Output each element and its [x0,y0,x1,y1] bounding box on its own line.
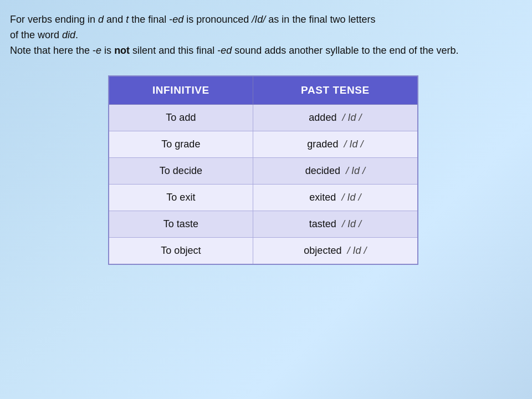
table-row: To gradegraded / Id / [109,131,418,157]
past-tense-cell: added / Id / [253,104,418,131]
intro-line2: of the word did. [10,29,78,40]
table-row: To tastetasted / Id / [109,211,418,237]
pronunciation: / Id / [344,139,363,150]
infinitive-cell: To grade [109,131,253,157]
pronunciation: / Id / [342,112,361,123]
main-content: For verbs ending in d and t the final -e… [0,0,532,276]
pronunciation: / Id / [347,245,366,256]
past-tense-cell: exited / Id / [253,184,418,211]
pronunciation: / Id / [342,218,361,229]
table-row: To exitexited / Id / [109,184,418,211]
table-header-row: INFINITIVE PAST TENSE [109,76,418,105]
pronunciation: / Id / [346,165,365,176]
table-wrapper: INFINITIVE PAST TENSE To addadded / Id /… [10,75,516,265]
intro-line1: For verbs ending in d and t the final -e… [10,14,375,25]
infinitive-cell: To object [109,237,253,264]
infinitive-cell: To taste [109,211,253,237]
infinitive-cell: To decide [109,157,253,184]
past-tense-cell: tasted / Id / [253,211,418,237]
col-past-tense-header: PAST TENSE [253,76,418,105]
table-row: To addadded / Id / [109,104,418,131]
infinitive-cell: To add [109,104,253,131]
past-tense-cell: decided / Id / [253,157,418,184]
intro-paragraph: For verbs ending in d and t the final -e… [10,12,516,59]
intro-line3: Note that here the -e is not silent and … [10,45,459,56]
past-tense-cell: objected / Id / [253,237,418,264]
verb-table: INFINITIVE PAST TENSE To addadded / Id /… [108,75,418,265]
col-infinitive-header: INFINITIVE [109,76,253,105]
table-row: To objectobjected / Id / [109,237,418,264]
table-body: To addadded / Id /To gradegraded / Id /T… [109,104,418,264]
table-row: To decidedecided / Id / [109,157,418,184]
past-tense-cell: graded / Id / [253,131,418,157]
infinitive-cell: To exit [109,184,253,211]
pronunciation: / Id / [341,192,361,203]
